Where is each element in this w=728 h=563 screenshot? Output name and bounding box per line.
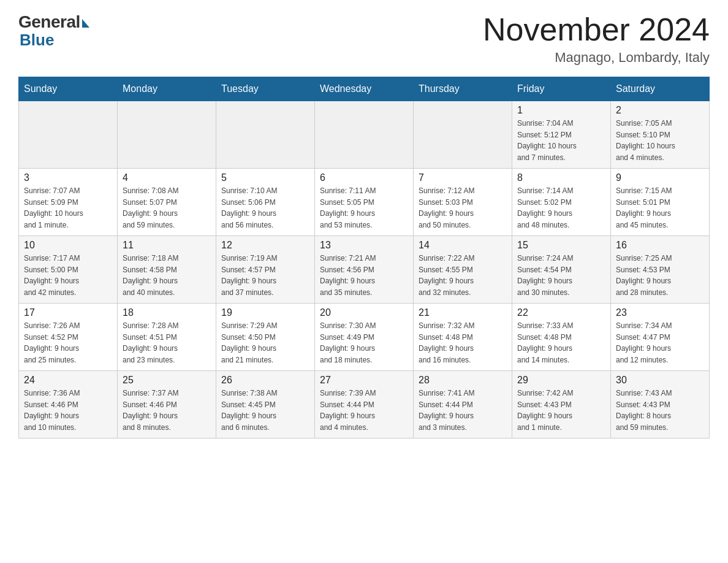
day-info: Sunrise: 7:43 AM Sunset: 4:43 PM Dayligh… [616, 388, 704, 433]
day-header-sunday: Sunday [19, 77, 118, 101]
day-header-monday: Monday [118, 77, 216, 101]
day-number: 30 [616, 375, 704, 386]
day-header-friday: Friday [512, 77, 611, 101]
day-info: Sunrise: 7:11 AM Sunset: 5:05 PM Dayligh… [320, 185, 408, 231]
day-cell: 16Sunrise: 7:25 AM Sunset: 4:53 PM Dayli… [611, 236, 710, 304]
day-info: Sunrise: 7:37 AM Sunset: 4:46 PM Dayligh… [123, 388, 211, 433]
day-info: Sunrise: 7:28 AM Sunset: 4:51 PM Dayligh… [123, 320, 211, 366]
day-info: Sunrise: 7:04 AM Sunset: 5:12 PM Dayligh… [517, 118, 605, 163]
day-cell: 21Sunrise: 7:32 AM Sunset: 4:48 PM Dayli… [414, 304, 512, 371]
day-cell: 18Sunrise: 7:28 AM Sunset: 4:51 PM Dayli… [118, 304, 216, 371]
day-number: 13 [320, 240, 408, 251]
calendar-table: SundayMondayTuesdayWednesdayThursdayFrid… [18, 77, 710, 439]
day-number: 11 [123, 240, 211, 251]
day-number: 24 [24, 375, 112, 386]
day-info: Sunrise: 7:24 AM Sunset: 4:54 PM Dayligh… [517, 253, 605, 298]
day-info: Sunrise: 7:32 AM Sunset: 4:48 PM Dayligh… [419, 320, 507, 366]
day-number: 22 [517, 307, 605, 318]
day-cell: 4Sunrise: 7:08 AM Sunset: 5:07 PM Daylig… [118, 169, 216, 236]
day-info: Sunrise: 7:34 AM Sunset: 4:47 PM Dayligh… [616, 320, 704, 366]
day-cell: 3Sunrise: 7:07 AM Sunset: 5:09 PM Daylig… [19, 169, 118, 236]
page-header: General Blue November 2024 Magnago, Lomb… [18, 12, 710, 66]
day-cell: 27Sunrise: 7:39 AM Sunset: 4:44 PM Dayli… [315, 371, 414, 439]
day-cell: 2Sunrise: 7:05 AM Sunset: 5:10 PM Daylig… [611, 101, 710, 169]
week-row-2: 3Sunrise: 7:07 AM Sunset: 5:09 PM Daylig… [19, 169, 710, 236]
day-info: Sunrise: 7:17 AM Sunset: 5:00 PM Dayligh… [24, 253, 112, 298]
day-cell: 14Sunrise: 7:22 AM Sunset: 4:55 PM Dayli… [414, 236, 512, 304]
logo-triangle-icon [82, 19, 89, 28]
day-number: 12 [221, 240, 309, 251]
day-number: 20 [320, 307, 408, 318]
day-cell: 5Sunrise: 7:10 AM Sunset: 5:06 PM Daylig… [216, 169, 315, 236]
logo: General Blue [18, 12, 89, 50]
day-info: Sunrise: 7:26 AM Sunset: 4:52 PM Dayligh… [24, 320, 112, 366]
day-info: Sunrise: 7:33 AM Sunset: 4:48 PM Dayligh… [517, 320, 605, 366]
day-cell: 28Sunrise: 7:41 AM Sunset: 4:44 PM Dayli… [414, 371, 512, 439]
day-number: 19 [221, 307, 309, 318]
day-cell: 23Sunrise: 7:34 AM Sunset: 4:47 PM Dayli… [611, 304, 710, 371]
day-number: 17 [24, 307, 112, 318]
day-number: 27 [320, 375, 408, 386]
day-cell: 30Sunrise: 7:43 AM Sunset: 4:43 PM Dayli… [611, 371, 710, 439]
day-number: 8 [517, 172, 605, 183]
day-cell: 26Sunrise: 7:38 AM Sunset: 4:45 PM Dayli… [216, 371, 315, 439]
day-info: Sunrise: 7:30 AM Sunset: 4:49 PM Dayligh… [320, 320, 408, 366]
calendar-title: November 2024 [483, 12, 710, 47]
day-cell: 17Sunrise: 7:26 AM Sunset: 4:52 PM Dayli… [19, 304, 118, 371]
day-cell: 24Sunrise: 7:36 AM Sunset: 4:46 PM Dayli… [19, 371, 118, 439]
day-number: 16 [616, 240, 704, 251]
week-row-3: 10Sunrise: 7:17 AM Sunset: 5:00 PM Dayli… [19, 236, 710, 304]
day-cell: 13Sunrise: 7:21 AM Sunset: 4:56 PM Dayli… [315, 236, 414, 304]
day-number: 26 [221, 375, 309, 386]
day-number: 14 [419, 240, 507, 251]
day-number: 2 [616, 105, 704, 116]
day-cell [19, 101, 118, 169]
day-number: 21 [419, 307, 507, 318]
day-header-wednesday: Wednesday [315, 77, 414, 101]
day-info: Sunrise: 7:19 AM Sunset: 4:57 PM Dayligh… [221, 253, 309, 298]
day-number: 10 [24, 240, 112, 251]
day-info: Sunrise: 7:05 AM Sunset: 5:10 PM Dayligh… [616, 118, 704, 163]
day-cell: 12Sunrise: 7:19 AM Sunset: 4:57 PM Dayli… [216, 236, 315, 304]
day-info: Sunrise: 7:42 AM Sunset: 4:43 PM Dayligh… [517, 388, 605, 433]
day-cell [315, 101, 414, 169]
day-cell: 6Sunrise: 7:11 AM Sunset: 5:05 PM Daylig… [315, 169, 414, 236]
day-info: Sunrise: 7:12 AM Sunset: 5:03 PM Dayligh… [419, 185, 507, 231]
day-number: 4 [123, 172, 211, 183]
day-number: 9 [616, 172, 704, 183]
week-row-5: 24Sunrise: 7:36 AM Sunset: 4:46 PM Dayli… [19, 371, 710, 439]
day-info: Sunrise: 7:25 AM Sunset: 4:53 PM Dayligh… [616, 253, 704, 298]
day-number: 7 [419, 172, 507, 183]
day-info: Sunrise: 7:14 AM Sunset: 5:02 PM Dayligh… [517, 185, 605, 231]
logo-blue-text: Blue [20, 31, 54, 50]
title-block: November 2024 Magnago, Lombardy, Italy [483, 12, 710, 66]
day-info: Sunrise: 7:15 AM Sunset: 5:01 PM Dayligh… [616, 185, 704, 231]
day-info: Sunrise: 7:07 AM Sunset: 5:09 PM Dayligh… [24, 185, 112, 231]
day-number: 18 [123, 307, 211, 318]
day-header-saturday: Saturday [611, 77, 710, 101]
day-cell: 22Sunrise: 7:33 AM Sunset: 4:48 PM Dayli… [512, 304, 611, 371]
day-number: 5 [221, 172, 309, 183]
day-info: Sunrise: 7:22 AM Sunset: 4:55 PM Dayligh… [419, 253, 507, 298]
day-cell: 20Sunrise: 7:30 AM Sunset: 4:49 PM Dayli… [315, 304, 414, 371]
day-number: 25 [123, 375, 211, 386]
day-info: Sunrise: 7:41 AM Sunset: 4:44 PM Dayligh… [419, 388, 507, 433]
day-info: Sunrise: 7:39 AM Sunset: 4:44 PM Dayligh… [320, 388, 408, 433]
day-number: 28 [419, 375, 507, 386]
day-cell: 7Sunrise: 7:12 AM Sunset: 5:03 PM Daylig… [414, 169, 512, 236]
day-cell [118, 101, 216, 169]
day-cell [414, 101, 512, 169]
day-cell: 29Sunrise: 7:42 AM Sunset: 4:43 PM Dayli… [512, 371, 611, 439]
day-number: 3 [24, 172, 112, 183]
day-header-tuesday: Tuesday [216, 77, 315, 101]
day-cell: 8Sunrise: 7:14 AM Sunset: 5:02 PM Daylig… [512, 169, 611, 236]
week-row-4: 17Sunrise: 7:26 AM Sunset: 4:52 PM Dayli… [19, 304, 710, 371]
day-cell: 1Sunrise: 7:04 AM Sunset: 5:12 PM Daylig… [512, 101, 611, 169]
logo-general-text: General [18, 12, 80, 32]
day-header-thursday: Thursday [414, 77, 512, 101]
day-info: Sunrise: 7:18 AM Sunset: 4:58 PM Dayligh… [123, 253, 211, 298]
day-info: Sunrise: 7:21 AM Sunset: 4:56 PM Dayligh… [320, 253, 408, 298]
day-number: 29 [517, 375, 605, 386]
day-number: 15 [517, 240, 605, 251]
header-row: SundayMondayTuesdayWednesdayThursdayFrid… [19, 77, 710, 101]
